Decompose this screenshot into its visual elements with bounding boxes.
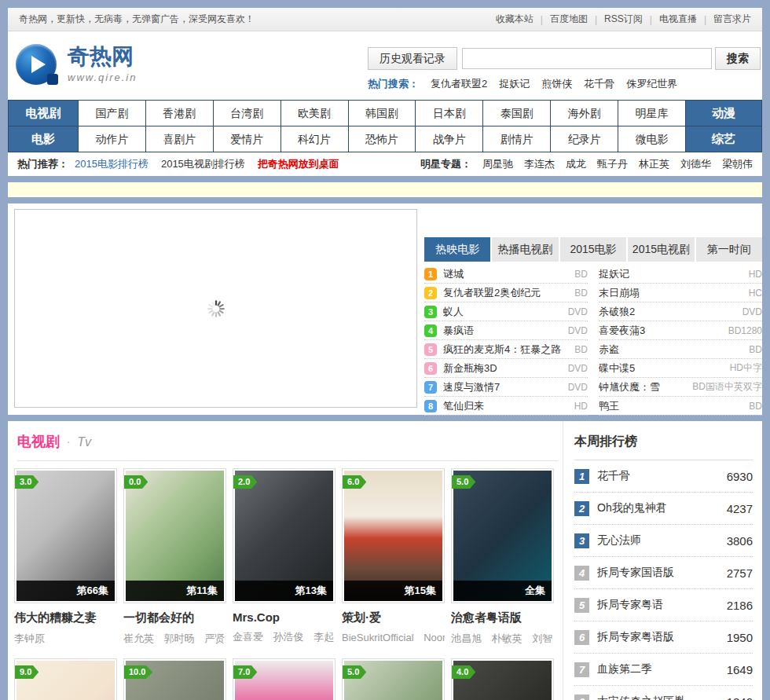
- card-actors[interactable]: 崔允英 郭时旸 严贤: [123, 632, 226, 646]
- rank-link[interactable]: 无心法师: [597, 533, 727, 548]
- tv-card[interactable]: 5.0: [342, 658, 445, 700]
- card-title[interactable]: 策划·爱: [342, 610, 445, 625]
- nav-documentary[interactable]: 纪录片: [551, 126, 618, 152]
- star-link[interactable]: 周星驰: [482, 157, 513, 171]
- rank-link[interactable]: 拆局专家粤语: [597, 598, 727, 612]
- nav-action[interactable]: 动作片: [79, 126, 145, 152]
- tab-hot-movies[interactable]: 热映电影: [424, 237, 490, 262]
- search-button[interactable]: 搜索: [715, 47, 761, 70]
- card-title[interactable]: Mrs.Cop: [233, 610, 336, 624]
- poster[interactable]: 9.0: [14, 658, 117, 700]
- topbar-link-favorite[interactable]: 收藏本站: [496, 13, 534, 26]
- tv-card[interactable]: 10.0: [123, 658, 226, 700]
- topbar-link-rss[interactable]: RSS订阅: [604, 13, 643, 26]
- nav-domestic-drama[interactable]: 国产剧: [79, 101, 145, 126]
- nav-micro-film[interactable]: 微电影: [618, 126, 685, 152]
- nav-hongkong-drama[interactable]: 香港剧: [146, 101, 213, 126]
- tv-card[interactable]: 2.0 第13集 Mrs.Cop 金喜爱 孙浩俊 李起: [233, 468, 336, 646]
- link-2015-tv-rank[interactable]: 2015电视剧排行榜: [161, 157, 245, 171]
- site-logo[interactable]: 奇热网 www.qire.in: [16, 44, 137, 85]
- movie-link[interactable]: 钟馗伏魔：雪: [599, 380, 688, 394]
- nav-scifi[interactable]: 科幻片: [281, 126, 348, 152]
- card-title[interactable]: 治愈者粤语版: [451, 610, 554, 625]
- star-link[interactable]: 梁朝伟: [722, 157, 753, 171]
- star-link[interactable]: 甄子丹: [597, 157, 628, 171]
- card-title[interactable]: 伟大的糟糠之妻: [14, 610, 117, 625]
- hot-search-link[interactable]: 侏罗纪世界: [626, 77, 677, 91]
- history-button[interactable]: 历史观看记录: [368, 47, 457, 70]
- topbar-link-request[interactable]: 留言求片: [713, 13, 751, 26]
- hot-search-link[interactable]: 捉妖记: [499, 77, 530, 91]
- link-add-to-desktop[interactable]: 把奇热网放到桌面: [258, 157, 339, 171]
- movie-link[interactable]: 新金瓶梅3D: [443, 361, 563, 376]
- tv-card[interactable]: 7.0: [233, 658, 336, 700]
- movie-link[interactable]: 杀破狼2: [599, 305, 738, 319]
- nav-western-drama[interactable]: 欧美剧: [281, 101, 348, 126]
- poster[interactable]: 0.0 第11集: [123, 468, 226, 603]
- movie-link[interactable]: 捉妖记: [599, 267, 744, 281]
- rank-link[interactable]: 花千骨: [597, 469, 727, 483]
- poster[interactable]: 5.0: [342, 658, 445, 700]
- nav-variety[interactable]: 综艺: [686, 126, 761, 152]
- poster[interactable]: 7.0: [233, 658, 336, 700]
- tab-first-time[interactable]: 第一时间: [696, 237, 762, 262]
- movie-link[interactable]: 喜爱夜蒲3: [599, 324, 724, 338]
- nav-star-library[interactable]: 明星库: [618, 101, 685, 126]
- nav-japanese-drama[interactable]: 日本剧: [416, 101, 482, 126]
- movie-link[interactable]: 疯狂的麦克斯4：狂暴之路: [443, 343, 570, 357]
- star-link[interactable]: 刘德华: [680, 157, 711, 171]
- link-2015-movie-rank[interactable]: 2015电影排行榜: [75, 157, 148, 171]
- hot-search-link[interactable]: 复仇者联盟2: [431, 77, 487, 91]
- nav-horror[interactable]: 恐怖片: [349, 126, 416, 152]
- movie-link[interactable]: 复仇者联盟2奥创纪元: [443, 286, 570, 300]
- nav-romance[interactable]: 爱情片: [214, 126, 280, 152]
- search-input[interactable]: [462, 48, 712, 69]
- topbar-link-live-tv[interactable]: 电视直播: [659, 13, 697, 26]
- nav-drama-film[interactable]: 剧情片: [483, 126, 550, 152]
- tv-card[interactable]: 5.0 全集 治愈者粤语版 池昌旭 朴敏英 刘智: [451, 468, 554, 646]
- hot-search-link[interactable]: 煎饼侠: [541, 77, 572, 91]
- nav-overseas-drama[interactable]: 海外剧: [551, 101, 618, 126]
- tab-hot-tv[interactable]: 热播电视剧: [492, 237, 558, 262]
- nav-anime[interactable]: 动漫: [686, 101, 761, 126]
- nav-thai-drama[interactable]: 泰国剧: [483, 101, 550, 126]
- poster[interactable]: 3.0 第66集: [14, 468, 117, 603]
- movie-link[interactable]: 暴疯语: [443, 324, 563, 338]
- nav-taiwan-drama[interactable]: 台湾剧: [214, 101, 280, 126]
- nav-tv-series[interactable]: 电视剧: [9, 101, 78, 126]
- nav-war[interactable]: 战争片: [416, 126, 482, 152]
- nav-comedy[interactable]: 喜剧片: [146, 126, 213, 152]
- rank-link[interactable]: Oh我的鬼神君: [597, 501, 727, 515]
- featured-slider[interactable]: [14, 209, 417, 408]
- poster[interactable]: 4.0: [451, 658, 554, 700]
- star-link[interactable]: 李连杰: [524, 157, 555, 171]
- card-actors[interactable]: 李钟原: [14, 632, 117, 646]
- section-title[interactable]: 电视剧: [17, 434, 60, 449]
- poster[interactable]: 5.0 全集: [451, 468, 554, 603]
- movie-link[interactable]: 蚁人: [443, 305, 563, 319]
- card-actors[interactable]: 金喜爱 孙浩俊 李起: [233, 630, 336, 644]
- hot-search-link[interactable]: 花千骨: [584, 77, 614, 91]
- poster[interactable]: 2.0 第13集: [233, 468, 336, 603]
- movie-link[interactable]: 碟中谍5: [599, 361, 725, 376]
- nav-korean-drama[interactable]: 韩国剧: [349, 101, 416, 126]
- card-actors[interactable]: BieSukritOfficial Noon: [342, 632, 445, 643]
- movie-link[interactable]: 速度与激情7: [443, 380, 563, 394]
- tab-2015-tv[interactable]: 2015电视剧: [628, 237, 694, 262]
- rank-link[interactable]: 拆局专家国语版: [597, 566, 727, 580]
- card-title[interactable]: 一切都会好的: [123, 610, 226, 625]
- tab-2015-movies[interactable]: 2015电影: [560, 237, 626, 262]
- rank-link[interactable]: 大宋传奇之赵匡胤: [597, 695, 727, 700]
- tv-card[interactable]: 6.0 第15集 策划·爱 BieSukritOfficial Noon: [342, 468, 445, 646]
- rank-link[interactable]: 拆局专家粤语版: [597, 630, 727, 644]
- card-actors[interactable]: 池昌旭 朴敏英 刘智: [451, 632, 554, 646]
- movie-link[interactable]: 鸭王: [599, 399, 744, 413]
- movie-link[interactable]: 笔仙归来: [443, 399, 570, 413]
- star-link[interactable]: 林正英: [639, 157, 669, 171]
- movie-link[interactable]: 谜城: [443, 267, 570, 281]
- poster[interactable]: 10.0: [123, 658, 226, 700]
- tv-card[interactable]: 3.0 第66集 伟大的糟糠之妻 李钟原: [14, 468, 117, 646]
- topbar-link-baidu-map[interactable]: 百度地图: [550, 13, 588, 26]
- rank-link[interactable]: 血族第二季: [597, 662, 727, 676]
- nav-movies[interactable]: 电影: [9, 126, 78, 152]
